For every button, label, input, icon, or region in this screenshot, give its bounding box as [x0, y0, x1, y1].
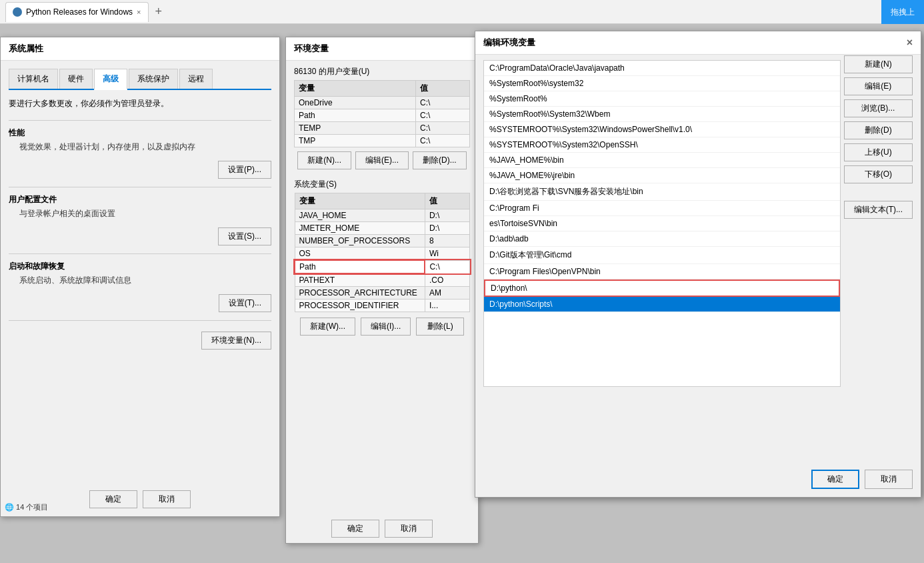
startup-desc: 系统启动、系统故障和调试信息: [19, 275, 271, 286]
system-var-row[interactable]: PATHEXT.CO: [295, 273, 470, 287]
edit-env-list-item[interactable]: %SYSTEMROOT%\System32\OpenSSH\: [484, 137, 840, 153]
sys-props-title: 系统属性: [9, 43, 43, 55]
startup-label: 启动和故障恢复: [9, 261, 271, 272]
system-var-row[interactable]: PathC:\: [295, 260, 470, 273]
tab-hardware[interactable]: 硬件: [59, 69, 93, 89]
edit-env-titlebar: 编辑环境变量 ×: [475, 31, 921, 55]
system-vars-section-title: 系统变量(S): [286, 173, 478, 193]
resize-handle[interactable]: [913, 489, 921, 497]
system-vars-table: 变量 值 JAVA_HOMED:\JMETER_HOMED:\NUMBER_OF…: [294, 193, 470, 312]
user-delete-button[interactable]: 删除(D)...: [413, 151, 467, 169]
env-vars-window: 环境变量 86130 的用户变量(U) 变量 值 OneDriveC:\Path…: [285, 37, 479, 544]
python-icon: [13, 7, 22, 17]
system-var-row[interactable]: PROCESSOR_ARCHITECTUREAM: [295, 287, 470, 300]
user-var-row[interactable]: OneDriveC:\: [295, 97, 470, 109]
edit-env-ok-button[interactable]: 确定: [811, 470, 859, 489]
edit-env-browse-button[interactable]: 浏览(B)...: [844, 99, 913, 117]
network-icon: 🌐: [5, 503, 16, 511]
taskbar-info: 🌐 14 个项目: [1, 498, 52, 516]
edit-env-list-item[interactable]: D:\python\Scripts\: [484, 297, 840, 312]
browser-tab[interactable]: Python Releases for Windows ×: [5, 2, 149, 22]
user-vars-button-row: 新建(N)... 编辑(E)... 删除(D)...: [286, 147, 478, 173]
edit-env-list-item[interactable]: es\TortoiseSVN\bin: [484, 216, 840, 231]
edit-env-list-item[interactable]: D:\谷歌浏览器下载\SVN服务器安装地址\bin: [484, 183, 840, 201]
tab-advanced[interactable]: 高级: [94, 69, 127, 90]
env-vars-bottom-buttons: 确定 取消: [286, 520, 478, 538]
env-vars-titlebar: 环境变量: [286, 37, 478, 61]
edit-env-window: 编辑环境变量 × 新建(N) 编辑(E) 浏览(B)... 删除(D) 上移(U…: [475, 31, 921, 498]
env-vars-title: 环境变量: [294, 43, 329, 55]
edit-env-delete-button[interactable]: 删除(D): [844, 121, 913, 139]
edit-env-list-item[interactable]: %SystemRoot%\system32: [484, 76, 840, 91]
system-var-row[interactable]: OSWi: [295, 247, 470, 261]
edit-env-list-item[interactable]: %SystemRoot%: [484, 91, 840, 107]
user-var-row[interactable]: PathC:\: [295, 109, 470, 122]
user-profile-settings-button[interactable]: 设置(S)...: [218, 227, 271, 245]
edit-env-list-item[interactable]: %SYSTEMROOT%\System32\WindowsPowerShell\…: [484, 122, 840, 137]
warning-text: 要进行大多数更改，你必须作为管理员登录。: [9, 98, 271, 109]
performance-desc: 视觉效果，处理器计划，内存使用，以及虚拟内存: [19, 141, 271, 153]
tab-computer-name[interactable]: 计算机名: [9, 69, 58, 89]
browser-bar: Python Releases for Windows × + 拖拽上: [0, 0, 924, 24]
system-var-row[interactable]: JMETER_HOMED:\: [295, 222, 470, 235]
user-var-col-header: 变量: [295, 81, 416, 97]
sys-props-ok-button[interactable]: 确定: [89, 490, 137, 508]
system-vars-button-row: 新建(W)... 编辑(I)... 删除(L): [286, 312, 478, 341]
edit-env-list-item[interactable]: C:\Program Files\OpenVPN\bin: [484, 264, 840, 279]
tab-close-button[interactable]: ×: [137, 8, 141, 16]
sys-props-cancel-button[interactable]: 取消: [143, 490, 191, 508]
edit-env-new-button[interactable]: 新建(N): [844, 55, 913, 73]
edit-env-list-item[interactable]: C:\Program Fi: [484, 201, 840, 216]
edit-env-close-button[interactable]: ×: [907, 37, 913, 49]
user-var-row[interactable]: TMPC:\: [295, 135, 470, 147]
sys-val-col-header: 值: [425, 193, 469, 209]
edit-env-right-buttons: 新建(N) 编辑(E) 浏览(B)... 删除(D) 上移(U) 下移(O) 编…: [844, 55, 913, 219]
edit-env-title: 编辑环境变量: [483, 37, 535, 49]
tab-label: Python Releases for Windows: [26, 7, 133, 17]
system-var-row[interactable]: PROCESSOR_IDENTIFIERI...: [295, 300, 470, 312]
system-var-row[interactable]: NUMBER_OF_PROCESSORS8: [295, 235, 470, 247]
user-profile-label: 用户配置文件: [9, 194, 271, 205]
sys-edit-i-button[interactable]: 编辑(I)...: [361, 318, 411, 336]
user-vars-section-title: 86130 的用户变量(U): [286, 61, 478, 80]
user-var-row[interactable]: TEMPC:\: [295, 122, 470, 135]
sys-delete-l-button[interactable]: 删除(L): [416, 318, 464, 336]
sys-var-col-header: 变量: [295, 193, 425, 209]
tab-system-protection[interactable]: 系统保护: [129, 69, 178, 89]
env-cancel-button[interactable]: 取消: [385, 520, 433, 538]
tab-remote[interactable]: 远程: [179, 69, 213, 89]
edit-env-cancel-button[interactable]: 取消: [865, 470, 913, 489]
user-val-col-header: 值: [416, 81, 470, 97]
sys-props-tab-row: 计算机名 硬件 高级 系统保护 远程: [9, 69, 271, 90]
edit-env-list-item[interactable]: %JAVA_HOME%\bin: [484, 153, 840, 168]
user-new-button[interactable]: 新建(N)...: [297, 151, 351, 169]
edit-env-list: C:\ProgramData\Oracle\Java\javapath%Syst…: [483, 60, 841, 387]
edit-env-list-item[interactable]: D:\Git版本管理\Git\cmd: [484, 247, 840, 264]
system-properties-window: 系统属性 计算机名 硬件 高级 系统保护 远程 要进行大多数更改，你必须作为管理…: [0, 37, 280, 517]
sys-props-content: 计算机名 硬件 高级 系统保护 远程 要进行大多数更改，你必须作为管理员登录。 …: [1, 61, 279, 358]
top-right-badge: 拖拽上: [881, 0, 924, 24]
sys-new-w-button[interactable]: 新建(W)...: [300, 318, 355, 336]
edit-env-move-down-button[interactable]: 下移(O): [844, 165, 913, 183]
edit-env-list-item[interactable]: D:\python\: [484, 279, 840, 297]
sys-props-titlebar: 系统属性: [1, 37, 279, 61]
tab-add-button[interactable]: +: [151, 5, 167, 19]
edit-env-edit-text-button[interactable]: 编辑文本(T)...: [844, 201, 913, 219]
edit-env-list-item[interactable]: %SystemRoot%\System32\Wbem: [484, 107, 840, 122]
edit-env-list-item[interactable]: %JAVA_HOME%\jre\bin: [484, 168, 840, 183]
system-var-row[interactable]: JAVA_HOMED:\: [295, 209, 470, 222]
edit-env-list-item[interactable]: D:\adb\adb: [484, 231, 840, 247]
performance-label: 性能: [9, 127, 271, 139]
edit-env-bottom-buttons: 确定 取消: [475, 470, 921, 489]
env-ok-button[interactable]: 确定: [331, 520, 379, 538]
user-edit-button[interactable]: 编辑(E)...: [355, 151, 409, 169]
edit-env-edit-button[interactable]: 编辑(E): [844, 77, 913, 95]
startup-settings-button[interactable]: 设置(T)...: [219, 294, 271, 312]
edit-env-list-item[interactable]: C:\ProgramData\Oracle\Java\javapath: [484, 61, 840, 76]
env-vars-button[interactable]: 环境变量(N)...: [201, 332, 271, 350]
performance-settings-button[interactable]: 设置(P)...: [218, 161, 271, 179]
user-vars-table: 变量 值 OneDriveC:\PathC:\TEMPC:\TMPC:\: [294, 80, 470, 147]
user-profile-desc: 与登录帐户相关的桌面设置: [19, 208, 271, 219]
edit-env-move-up-button[interactable]: 上移(U): [844, 143, 913, 161]
